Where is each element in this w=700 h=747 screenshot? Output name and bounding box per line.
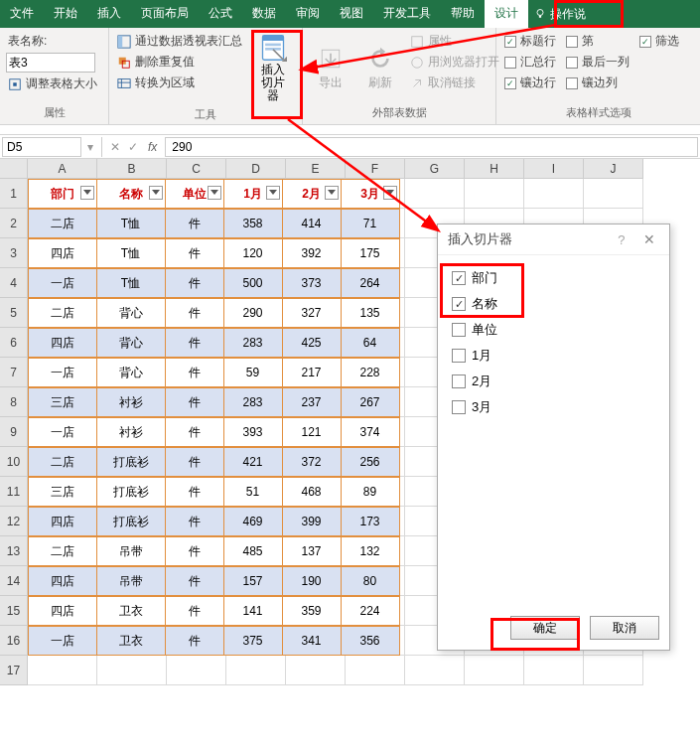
table-cell[interactable]: 四店 bbox=[28, 238, 97, 268]
cell[interactable] bbox=[524, 656, 584, 685]
table-cell[interactable]: 件 bbox=[165, 507, 224, 536]
summarize-pivot-button[interactable]: 通过数据透视表汇总 bbox=[115, 32, 244, 51]
enter-formula-icon[interactable]: ✓ bbox=[124, 140, 142, 154]
ribbon-tab-文件[interactable]: 文件 bbox=[0, 0, 44, 28]
column-header[interactable]: I bbox=[524, 159, 584, 179]
table-cell[interactable]: 件 bbox=[165, 596, 224, 626]
filter-dropdown-icon[interactable] bbox=[80, 186, 94, 200]
table-cell[interactable]: 吊带 bbox=[96, 536, 166, 566]
row-header[interactable]: 6 bbox=[0, 328, 28, 358]
select-all-corner[interactable] bbox=[0, 159, 28, 179]
table-cell[interactable]: 485 bbox=[223, 536, 283, 566]
row-header[interactable]: 16 bbox=[0, 626, 28, 656]
filter-dropdown-icon[interactable] bbox=[149, 186, 163, 200]
table-header-cell[interactable]: 部门 bbox=[28, 179, 97, 209]
table-cell[interactable]: 二店 bbox=[28, 447, 97, 477]
table-cell[interactable]: 件 bbox=[165, 417, 224, 447]
ribbon-tab-开发工具[interactable]: 开发工具 bbox=[373, 0, 441, 28]
cancel-formula-icon[interactable]: ✕ bbox=[106, 140, 124, 154]
table-cell[interactable]: 173 bbox=[341, 507, 400, 536]
ribbon-tab-视图[interactable]: 视图 bbox=[330, 0, 373, 28]
row-header[interactable]: 15 bbox=[0, 596, 28, 626]
slicer-field-option[interactable]: 单位 bbox=[452, 317, 655, 343]
formula-input[interactable]: 290 bbox=[165, 137, 698, 157]
table-cell[interactable]: 224 bbox=[341, 596, 400, 626]
table-cell[interactable]: 468 bbox=[282, 477, 342, 507]
table-cell[interactable]: 件 bbox=[165, 298, 224, 328]
table-cell[interactable]: 393 bbox=[223, 417, 283, 447]
filter-dropdown-icon[interactable] bbox=[325, 186, 339, 200]
row-header[interactable]: 9 bbox=[0, 417, 28, 447]
opt-first-col[interactable]: 第 bbox=[564, 32, 631, 51]
row-header[interactable]: 4 bbox=[0, 268, 28, 298]
table-cell[interactable]: 375 bbox=[223, 626, 283, 656]
table-header-cell[interactable]: 3月 bbox=[341, 179, 400, 209]
ribbon-tab-插入[interactable]: 插入 bbox=[87, 0, 131, 28]
table-cell[interactable]: 500 bbox=[223, 268, 283, 298]
cell[interactable] bbox=[465, 656, 524, 685]
table-cell[interactable]: 374 bbox=[341, 417, 400, 447]
table-cell[interactable]: 背心 bbox=[96, 328, 166, 358]
table-cell[interactable]: 421 bbox=[223, 447, 283, 477]
dialog-help-icon[interactable]: ? bbox=[618, 232, 625, 247]
table-cell[interactable]: 一店 bbox=[28, 417, 97, 447]
cell[interactable] bbox=[405, 179, 465, 209]
table-cell[interactable]: 二店 bbox=[28, 536, 97, 566]
table-cell[interactable]: 件 bbox=[165, 209, 224, 238]
cell[interactable] bbox=[286, 656, 346, 685]
table-cell[interactable]: 背心 bbox=[96, 358, 166, 387]
slicer-field-option[interactable]: 1月 bbox=[452, 343, 655, 369]
table-header-cell[interactable]: 单位 bbox=[165, 179, 224, 209]
ribbon-tab-公式[interactable]: 公式 bbox=[199, 0, 242, 28]
slicer-field-option[interactable]: 3月 bbox=[452, 394, 655, 420]
cell[interactable] bbox=[465, 179, 524, 209]
table-cell[interactable]: 卫衣 bbox=[96, 596, 166, 626]
table-cell[interactable]: 59 bbox=[223, 358, 283, 387]
ribbon-tab-页面布局[interactable]: 页面布局 bbox=[131, 0, 199, 28]
table-cell[interactable]: 132 bbox=[341, 536, 400, 566]
table-cell[interactable]: 414 bbox=[282, 209, 342, 238]
column-header[interactable]: H bbox=[465, 159, 524, 179]
table-cell[interactable]: 327 bbox=[282, 298, 342, 328]
table-cell[interactable]: 二店 bbox=[28, 298, 97, 328]
table-cell[interactable]: 356 bbox=[341, 626, 400, 656]
table-cell[interactable]: 290 bbox=[223, 298, 283, 328]
column-header[interactable]: E bbox=[286, 159, 346, 179]
table-cell[interactable]: 425 bbox=[282, 328, 342, 358]
row-header[interactable]: 3 bbox=[0, 238, 28, 268]
cell[interactable] bbox=[405, 656, 465, 685]
column-header[interactable]: F bbox=[346, 159, 405, 179]
table-cell[interactable]: 件 bbox=[165, 536, 224, 566]
table-cell[interactable]: 372 bbox=[282, 447, 342, 477]
filter-dropdown-icon[interactable] bbox=[208, 186, 221, 200]
table-cell[interactable]: 打底衫 bbox=[96, 447, 166, 477]
row-header[interactable]: 10 bbox=[0, 447, 28, 477]
ribbon-tab-数据[interactable]: 数据 bbox=[242, 0, 286, 28]
table-cell[interactable]: 217 bbox=[282, 358, 342, 387]
column-header[interactable]: B bbox=[97, 159, 167, 179]
opt-banded-col[interactable]: 镶边列 bbox=[564, 74, 631, 92]
table-cell[interactable]: 237 bbox=[282, 387, 342, 417]
table-cell[interactable]: 469 bbox=[223, 507, 283, 536]
table-cell[interactable]: 190 bbox=[282, 566, 342, 596]
table-cell[interactable]: 373 bbox=[282, 268, 342, 298]
table-cell[interactable]: 283 bbox=[223, 328, 283, 358]
table-cell[interactable]: 三店 bbox=[28, 477, 97, 507]
table-cell[interactable]: 392 bbox=[282, 238, 342, 268]
table-cell[interactable]: 四店 bbox=[28, 596, 97, 626]
row-header[interactable]: 1 bbox=[0, 179, 28, 209]
opt-total-row[interactable]: 汇总行 bbox=[502, 53, 558, 72]
ribbon-tab-帮助[interactable]: 帮助 bbox=[441, 0, 485, 28]
row-header[interactable]: 7 bbox=[0, 358, 28, 387]
table-cell[interactable]: 341 bbox=[282, 626, 342, 656]
cancel-button[interactable]: 取消 bbox=[590, 616, 659, 640]
cell[interactable] bbox=[167, 656, 226, 685]
table-cell[interactable]: 衬衫 bbox=[96, 417, 166, 447]
table-cell[interactable]: 吊带 bbox=[96, 566, 166, 596]
table-cell[interactable]: 89 bbox=[341, 477, 400, 507]
table-cell[interactable]: 件 bbox=[165, 447, 224, 477]
table-cell[interactable]: 件 bbox=[165, 566, 224, 596]
ok-button[interactable]: 确定 bbox=[510, 616, 580, 640]
slicer-field-option[interactable]: 名称 bbox=[452, 291, 655, 317]
table-cell[interactable]: 二店 bbox=[28, 209, 97, 238]
